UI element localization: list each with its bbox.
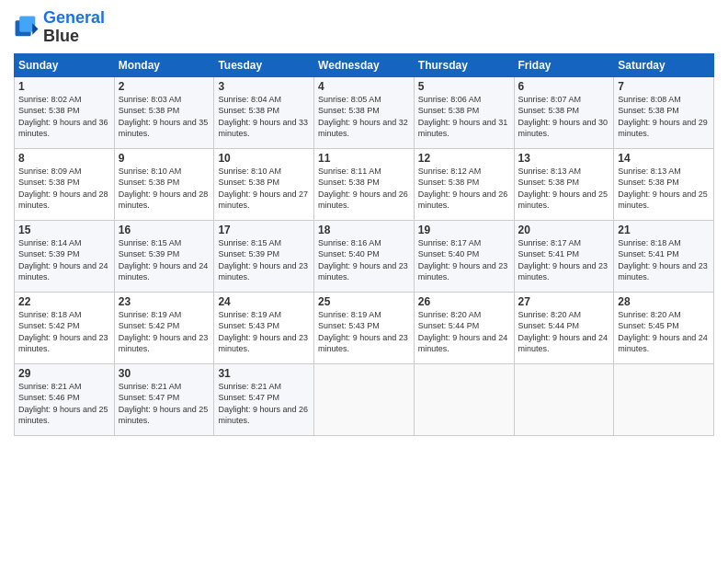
day-number: 15 — [18, 224, 110, 236]
calendar-cell: 17 Sunrise: 8:15 AM Sunset: 5:39 PM Dayl… — [214, 220, 314, 292]
day-info: Sunrise: 8:21 AM Sunset: 5:47 PM Dayligh… — [218, 381, 310, 427]
day-info: Sunrise: 8:14 AM Sunset: 5:39 PM Dayligh… — [18, 237, 110, 283]
day-info: Sunrise: 8:05 AM Sunset: 5:38 PM Dayligh… — [318, 94, 410, 140]
day-info: Sunrise: 8:20 AM Sunset: 5:44 PM Dayligh… — [418, 309, 510, 355]
day-number: 9 — [119, 152, 210, 165]
calendar-cell: 19 Sunrise: 8:17 AM Sunset: 5:40 PM Dayl… — [414, 220, 514, 292]
day-number: 31 — [218, 367, 310, 380]
day-info: Sunrise: 8:15 AM Sunset: 5:39 PM Dayligh… — [119, 237, 210, 283]
day-info: Sunrise: 8:03 AM Sunset: 5:38 PM Dayligh… — [119, 94, 210, 140]
logo-text-block: General Blue — [43, 9, 105, 46]
day-info: Sunrise: 8:13 AM Sunset: 5:38 PM Dayligh… — [618, 166, 710, 212]
day-number: 22 — [18, 295, 110, 308]
calendar-cell: 24 Sunrise: 8:19 AM Sunset: 5:43 PM Dayl… — [214, 292, 314, 363]
day-number: 27 — [518, 295, 610, 308]
calendar-day-header: Friday — [514, 53, 614, 76]
day-number: 26 — [418, 295, 510, 308]
day-number: 25 — [318, 295, 410, 308]
day-info: Sunrise: 8:19 AM Sunset: 5:43 PM Dayligh… — [318, 309, 410, 355]
day-number: 8 — [18, 152, 110, 165]
day-info: Sunrise: 8:08 AM Sunset: 5:38 PM Dayligh… — [618, 94, 710, 140]
day-number: 16 — [119, 224, 210, 236]
day-number: 17 — [218, 224, 310, 236]
day-number: 23 — [119, 295, 210, 308]
calendar-cell: 3 Sunrise: 8:04 AM Sunset: 5:38 PM Dayli… — [214, 76, 314, 148]
day-number: 7 — [618, 80, 710, 93]
calendar-day-header: Thursday — [414, 53, 514, 76]
day-number: 12 — [418, 152, 510, 165]
calendar-cell: 15 Sunrise: 8:14 AM Sunset: 5:39 PM Dayl… — [15, 220, 115, 292]
calendar-cell: 7 Sunrise: 8:08 AM Sunset: 5:38 PM Dayli… — [614, 76, 714, 148]
day-info: Sunrise: 8:09 AM Sunset: 5:38 PM Dayligh… — [18, 166, 110, 212]
day-number: 4 — [318, 80, 410, 93]
day-number: 10 — [218, 152, 310, 165]
calendar-cell: 25 Sunrise: 8:19 AM Sunset: 5:43 PM Dayl… — [314, 292, 415, 363]
logo-line2: Blue — [43, 28, 105, 46]
calendar-cell: 10 Sunrise: 8:10 AM Sunset: 5:38 PM Dayl… — [214, 148, 314, 220]
logo-line1: General — [43, 9, 105, 28]
day-number: 29 — [18, 367, 110, 380]
calendar-cell: 21 Sunrise: 8:18 AM Sunset: 5:41 PM Dayl… — [614, 220, 714, 292]
calendar-cell: 23 Sunrise: 8:19 AM Sunset: 5:42 PM Dayl… — [114, 292, 214, 363]
day-info: Sunrise: 8:19 AM Sunset: 5:42 PM Dayligh… — [119, 309, 210, 355]
day-info: Sunrise: 8:21 AM Sunset: 5:47 PM Dayligh… — [119, 381, 210, 427]
calendar-cell: 12 Sunrise: 8:12 AM Sunset: 5:38 PM Dayl… — [414, 148, 514, 220]
day-info: Sunrise: 8:18 AM Sunset: 5:41 PM Dayligh… — [618, 237, 710, 283]
calendar-cell: 28 Sunrise: 8:20 AM Sunset: 5:45 PM Dayl… — [614, 292, 714, 363]
calendar-day-header: Saturday — [614, 53, 714, 76]
day-number: 1 — [18, 80, 110, 93]
calendar-cell: 2 Sunrise: 8:03 AM Sunset: 5:38 PM Dayli… — [114, 76, 214, 148]
calendar-cell: 20 Sunrise: 8:17 AM Sunset: 5:41 PM Dayl… — [514, 220, 614, 292]
day-info: Sunrise: 8:06 AM Sunset: 5:38 PM Dayligh… — [418, 94, 510, 140]
day-number: 11 — [318, 152, 410, 165]
day-info: Sunrise: 8:02 AM Sunset: 5:38 PM Dayligh… — [18, 94, 110, 140]
day-info: Sunrise: 8:18 AM Sunset: 5:42 PM Dayligh… — [18, 309, 110, 355]
calendar-cell — [514, 363, 614, 435]
day-number: 3 — [218, 80, 310, 93]
day-info: Sunrise: 8:20 AM Sunset: 5:44 PM Dayligh… — [518, 309, 610, 355]
day-info: Sunrise: 8:12 AM Sunset: 5:38 PM Dayligh… — [418, 166, 510, 212]
day-info: Sunrise: 8:19 AM Sunset: 5:43 PM Dayligh… — [218, 309, 310, 355]
logo-icon — [14, 15, 40, 40]
day-info: Sunrise: 8:10 AM Sunset: 5:38 PM Dayligh… — [119, 166, 210, 212]
day-info: Sunrise: 8:16 AM Sunset: 5:40 PM Dayligh… — [318, 237, 410, 283]
calendar-table: SundayMondayTuesdayWednesdayThursdayFrid… — [14, 53, 714, 436]
day-number: 5 — [418, 80, 510, 93]
day-info: Sunrise: 8:15 AM Sunset: 5:39 PM Dayligh… — [218, 237, 310, 283]
calendar-cell: 9 Sunrise: 8:10 AM Sunset: 5:38 PM Dayli… — [114, 148, 214, 220]
calendar-cell: 22 Sunrise: 8:18 AM Sunset: 5:42 PM Dayl… — [15, 292, 115, 363]
calendar-day-header: Wednesday — [314, 53, 415, 76]
calendar-week-row: 22 Sunrise: 8:18 AM Sunset: 5:42 PM Dayl… — [15, 292, 714, 363]
calendar-cell: 18 Sunrise: 8:16 AM Sunset: 5:40 PM Dayl… — [314, 220, 415, 292]
calendar-week-row: 15 Sunrise: 8:14 AM Sunset: 5:39 PM Dayl… — [15, 220, 714, 292]
day-number: 30 — [119, 367, 210, 380]
calendar-cell: 1 Sunrise: 8:02 AM Sunset: 5:38 PM Dayli… — [15, 76, 115, 148]
calendar-week-row: 8 Sunrise: 8:09 AM Sunset: 5:38 PM Dayli… — [15, 148, 714, 220]
day-number: 6 — [518, 80, 610, 93]
calendar-header-row: SundayMondayTuesdayWednesdayThursdayFrid… — [15, 53, 714, 76]
calendar-day-header: Tuesday — [214, 53, 314, 76]
calendar-cell: 8 Sunrise: 8:09 AM Sunset: 5:38 PM Dayli… — [15, 148, 115, 220]
calendar-cell: 31 Sunrise: 8:21 AM Sunset: 5:47 PM Dayl… — [214, 363, 314, 435]
calendar-cell: 13 Sunrise: 8:13 AM Sunset: 5:38 PM Dayl… — [514, 148, 614, 220]
calendar-cell: 11 Sunrise: 8:11 AM Sunset: 5:38 PM Dayl… — [314, 148, 415, 220]
calendar-cell: 4 Sunrise: 8:05 AM Sunset: 5:38 PM Dayli… — [314, 76, 415, 148]
page-header: General Blue — [14, 9, 714, 46]
day-number: 21 — [618, 224, 710, 236]
day-number: 24 — [218, 295, 310, 308]
calendar-cell: 16 Sunrise: 8:15 AM Sunset: 5:39 PM Dayl… — [114, 220, 214, 292]
day-number: 14 — [618, 152, 710, 165]
calendar-cell: 26 Sunrise: 8:20 AM Sunset: 5:44 PM Dayl… — [414, 292, 514, 363]
calendar-cell: 5 Sunrise: 8:06 AM Sunset: 5:38 PM Dayli… — [414, 76, 514, 148]
calendar-cell: 27 Sunrise: 8:20 AM Sunset: 5:44 PM Dayl… — [514, 292, 614, 363]
day-info: Sunrise: 8:17 AM Sunset: 5:40 PM Dayligh… — [418, 237, 510, 283]
calendar-day-header: Monday — [114, 53, 214, 76]
day-number: 13 — [518, 152, 610, 165]
calendar-week-row: 1 Sunrise: 8:02 AM Sunset: 5:38 PM Dayli… — [15, 76, 714, 148]
calendar-cell: 6 Sunrise: 8:07 AM Sunset: 5:38 PM Dayli… — [514, 76, 614, 148]
day-number: 19 — [418, 224, 510, 236]
calendar-cell: 14 Sunrise: 8:13 AM Sunset: 5:38 PM Dayl… — [614, 148, 714, 220]
day-number: 18 — [318, 224, 410, 236]
logo: General Blue — [14, 9, 105, 46]
page-container: General Blue SundayMondayTuesdayWednesda… — [0, 0, 728, 445]
